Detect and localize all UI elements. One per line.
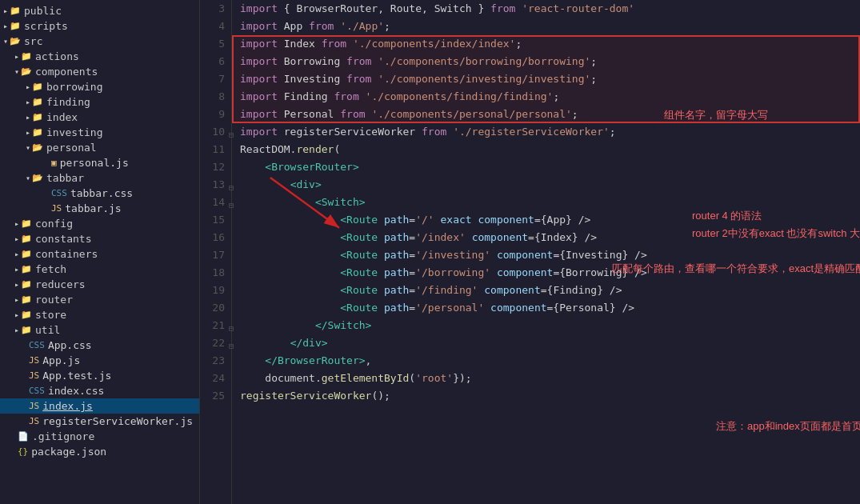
line-number: 25 [206, 387, 225, 405]
code-line: ⊟ </div> [240, 334, 860, 352]
sidebar-item-label: tabbar.js [65, 202, 121, 214]
sidebar-item-fetch[interactable]: ▸📁fetch [0, 262, 199, 277]
sidebar-item-router[interactable]: ▸📁router [0, 292, 199, 307]
token [484, 302, 490, 314]
sidebar-item-app-css[interactable]: CSSApp.css [0, 338, 199, 353]
token [359, 90, 366, 102]
token [240, 302, 340, 314]
sidebar-item-investing[interactable]: ▸📁investing [0, 125, 199, 140]
token [240, 249, 340, 261]
token: component [490, 302, 546, 314]
sidebar-item-components[interactable]: ▾📂components [0, 64, 199, 79]
sidebar-item-personal[interactable]: ▾📂personal [0, 140, 199, 155]
line-number: 10 [206, 123, 225, 141]
chevron-right-icon: ▸ [26, 113, 30, 122]
sidebar-item-label: router [35, 294, 73, 306]
folder-open-icon: 📂 [10, 36, 21, 46]
fold-icon[interactable]: ⊟ [229, 338, 234, 355]
code-line: </BrowserRouter>, [240, 352, 860, 370]
token: './components/personal/personal' [371, 108, 571, 120]
token: <Route [340, 214, 378, 226]
sidebar-item-label: index [46, 111, 78, 123]
folder-icon: 📁 [32, 82, 43, 92]
fold-icon[interactable]: ⊟ [229, 179, 234, 197]
sidebar-item-label: reducers [35, 278, 86, 290]
token: import [240, 73, 278, 85]
folder-open-icon: 📂 [32, 142, 43, 153]
chevron-right-icon: ▸ [14, 310, 19, 319]
sidebar-item-index-js[interactable]: JSindex.js [0, 398, 199, 414]
code-line: <Route path='/borrowing' component={Borr… [240, 264, 860, 282]
code-line: import Finding from './components/findin… [240, 88, 860, 106]
sidebar-item-label: index.js [42, 400, 93, 412]
folder-icon: 📁 [32, 97, 43, 107]
sidebar-item-actions[interactable]: ▸📁actions [0, 49, 199, 64]
token [240, 284, 340, 296]
sidebar-item-label: App.test.js [42, 370, 111, 382]
sidebar-item-store[interactable]: ▸📁store [0, 307, 199, 322]
line-number: 12 [206, 158, 225, 176]
sidebar-item-package-json[interactable]: {}package.json [0, 444, 199, 459]
token: './App' [340, 20, 384, 32]
sidebar-item-label: .gitignore [32, 430, 94, 442]
folder-icon: 📁 [32, 127, 43, 138]
sidebar-item-public[interactable]: ▸📁public [0, 3, 199, 18]
sidebar-item-index[interactable]: ▸📁index [0, 110, 199, 125]
token: Borrowing [278, 55, 346, 67]
line-number: 11 [206, 141, 225, 158]
token: 'root' [415, 372, 453, 384]
sidebar-item-src[interactable]: ▾📂src [0, 34, 199, 49]
token: path [384, 214, 409, 226]
sidebar-item-label: App.js [42, 354, 80, 366]
sidebar-item-borrowing[interactable]: ▸📁borrowing [0, 79, 199, 94]
token: '/investing' [415, 249, 490, 261]
sidebar-item-personal-js[interactable]: ▣personal.js [0, 155, 199, 170]
code-line: import { BrowserRouter, Route, Switch } … [240, 0, 860, 18]
sidebar-item-reducers[interactable]: ▸📁reducers [0, 277, 199, 292]
sidebar-item-tabbar-js[interactable]: JStabbar.js [0, 201, 199, 216]
sidebar-item-app-js[interactable]: JSApp.js [0, 353, 199, 368]
file-tree[interactable]: ▸📁public▸📁scripts▾📂src▸📁actions▾📂compone… [0, 0, 200, 504]
line-number: 8 [206, 88, 225, 106]
line-number: 14 [206, 194, 225, 211]
sidebar-item-tabbar[interactable]: ▾📂tabbar [0, 170, 199, 186]
line-number: 19 [206, 282, 225, 299]
sidebar-item-register-sw[interactable]: JSregisterServiceWorker.js [0, 414, 199, 429]
chevron-down-icon: ▾ [26, 174, 30, 182]
sidebar-item-label: tabbar [46, 172, 84, 184]
fold-icon[interactable]: ⊟ [229, 197, 234, 214]
fold-icon[interactable]: ⊟ [229, 320, 234, 338]
sidebar-item-config[interactable]: ▸📁config [0, 216, 199, 231]
sidebar-item-containers[interactable]: ▸📁containers [0, 246, 199, 262]
code-line: <Route path='/' exact component={App} /> [240, 211, 860, 229]
sidebar-item-label: personal.js [60, 157, 129, 169]
token: ={Personal} /> [547, 302, 635, 314]
sidebar-item-app-test-js[interactable]: JSApp.test.js [0, 368, 199, 383]
sidebar-item-gitignore[interactable]: 📄.gitignore [0, 429, 199, 444]
chevron-right-icon: ▸ [14, 326, 19, 334]
token: }); [453, 372, 471, 384]
token: from [340, 108, 365, 120]
sidebar-item-scripts[interactable]: ▸📁scripts [0, 18, 199, 34]
line-number: 9 [206, 106, 225, 123]
sidebar-item-label: public [24, 5, 62, 17]
line-number: 4 [206, 18, 225, 35]
chevron-down-icon: ▾ [26, 143, 30, 152]
token: component [497, 249, 553, 261]
token: from [334, 90, 358, 102]
sidebar-item-util[interactable]: ▸📁util [0, 322, 199, 338]
token: = [409, 266, 415, 278]
sidebar-item-tabbar-css[interactable]: CSStabbar.css [0, 186, 199, 201]
fold-icon[interactable]: ⊟ [229, 126, 234, 144]
token: Investing [278, 73, 346, 85]
sidebar-item-label: constants [35, 233, 91, 245]
annotation-ann5: 注意：app和index页面都是首页。 [716, 419, 860, 434]
code-line: <Route path='/personal' component={Perso… [240, 299, 860, 317]
chevron-right-icon: ▸ [14, 52, 19, 61]
sidebar-item-finding[interactable]: ▸📁finding [0, 94, 199, 110]
sidebar-item-index-css[interactable]: CSSindex.css [0, 383, 199, 398]
token: ={Borrowing} /> [553, 266, 646, 278]
token: <Route [340, 302, 378, 314]
sidebar-item-constants[interactable]: ▸📁constants [0, 231, 199, 246]
token: App [278, 20, 309, 32]
